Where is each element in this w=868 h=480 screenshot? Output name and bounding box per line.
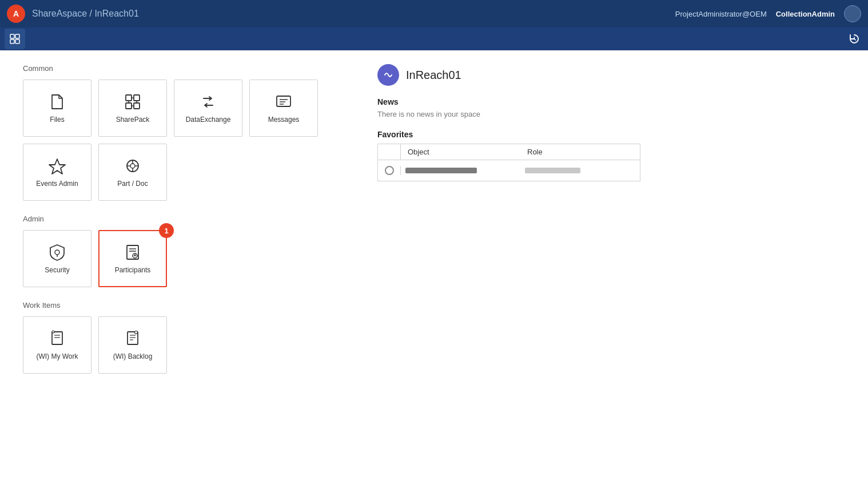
tile-sharepack[interactable]: SharePack (98, 80, 167, 137)
svg-rect-1 (15, 34, 19, 38)
tile-partdoc[interactable]: Part / Doc (98, 144, 167, 201)
svg-rect-8 (126, 103, 132, 109)
partdoc-icon (124, 157, 142, 175)
favorites-row-role-bar (520, 165, 640, 176)
svg-rect-14 (277, 96, 290, 106)
messages-label: Messages (268, 116, 300, 124)
svg-rect-2 (10, 39, 14, 43)
participants-badge: 1 (159, 223, 174, 238)
security-label: Security (45, 266, 69, 274)
svg-point-35 (52, 331, 54, 333)
backlog-icon (124, 330, 142, 348)
app-logo[interactable]: A (7, 5, 25, 23)
left-panel: Common Files (23, 64, 343, 466)
tile-files[interactable]: Files (23, 80, 91, 137)
favorites-col-object: Object (401, 144, 520, 160)
workitems-tiles-grid: (WI) My Work (WI) Backlog (23, 316, 343, 374)
main-content: Common Files (0, 50, 868, 480)
top-navigation: A ShareAspace / InReach01 ProjectAdminis… (0, 0, 868, 27)
dataexchange-icon (199, 93, 217, 111)
project-icon (377, 64, 399, 86)
mywork-icon (48, 330, 66, 348)
favorites-row-check (378, 166, 401, 175)
project-header: InReach01 (377, 64, 845, 86)
grid-view-button[interactable] (5, 29, 25, 49)
admin-tiles-grid: Security 1 Participants (23, 230, 343, 287)
user-name: ProjectAdministrator@OEM (675, 10, 767, 18)
favorites-col-role: Role (520, 144, 640, 160)
app-name: ShareAspace (32, 9, 87, 18)
backlog-label: (WI) Backlog (113, 352, 153, 360)
tile-dataexchange[interactable]: DataExchange (174, 80, 242, 137)
project-name-nav: InReach01 (94, 9, 138, 18)
sharepack-icon (124, 93, 142, 111)
participants-icon (124, 243, 142, 261)
svg-point-19 (130, 164, 135, 168)
favorites-bar-dark (405, 168, 477, 173)
sharepack-label: SharePack (116, 116, 150, 124)
common-tiles-grid: Files SharePack (23, 80, 343, 201)
participants-label: Participants (115, 266, 151, 274)
svg-line-5 (854, 39, 856, 40)
news-title: News (377, 97, 845, 106)
security-icon (48, 243, 66, 261)
favorites-row (378, 160, 640, 181)
messages-icon (274, 93, 293, 111)
workitems-section-label: Work Items (23, 301, 343, 310)
tile-messages[interactable]: Messages (249, 80, 318, 137)
favorites-table: Object Role (377, 144, 640, 181)
svg-point-40 (135, 331, 138, 334)
eventsadmin-icon (48, 157, 66, 175)
common-section-label: Common (23, 64, 343, 73)
right-panel: InReach01 News There is no news in your … (366, 64, 845, 466)
history-button[interactable] (845, 30, 863, 48)
files-icon (48, 93, 66, 111)
svg-rect-0 (10, 34, 14, 38)
tile-security[interactable]: Security (23, 230, 91, 287)
favorites-col-check (378, 144, 401, 160)
user-avatar[interactable] (844, 5, 861, 22)
tile-eventsadmin[interactable]: Events Admin (23, 144, 91, 201)
favorites-title: Favorites (377, 130, 845, 139)
check-circle[interactable] (385, 166, 394, 175)
separator: / (87, 9, 94, 18)
collection-admin-label: CollectionAdmin (776, 10, 835, 18)
svg-rect-3 (15, 39, 19, 43)
favorites-header: Object Role (378, 144, 640, 160)
tile-backlog[interactable]: (WI) Backlog (98, 316, 167, 374)
tile-participants[interactable]: 1 Participants (98, 230, 167, 287)
partdoc-label: Part / Doc (117, 180, 148, 188)
mywork-label: (WI) My Work (36, 352, 78, 360)
eventsadmin-label: Events Admin (36, 180, 78, 188)
svg-rect-32 (52, 332, 62, 344)
project-name-right: InReach01 (406, 69, 461, 82)
favorites-bar-light (525, 168, 580, 173)
news-empty-message: There is no news in your space (377, 110, 845, 118)
favorites-row-object-bar (401, 165, 520, 176)
secondary-toolbar (0, 27, 868, 50)
svg-point-24 (55, 250, 59, 255)
svg-rect-6 (126, 95, 132, 101)
svg-rect-9 (134, 103, 140, 109)
admin-section-label: Admin (23, 215, 343, 223)
app-title: ShareAspace / InReach01 (32, 9, 139, 19)
files-label: Files (50, 116, 64, 124)
tile-mywork[interactable]: (WI) My Work (23, 316, 91, 374)
dataexchange-label: DataExchange (186, 116, 231, 124)
svg-rect-7 (134, 95, 140, 101)
